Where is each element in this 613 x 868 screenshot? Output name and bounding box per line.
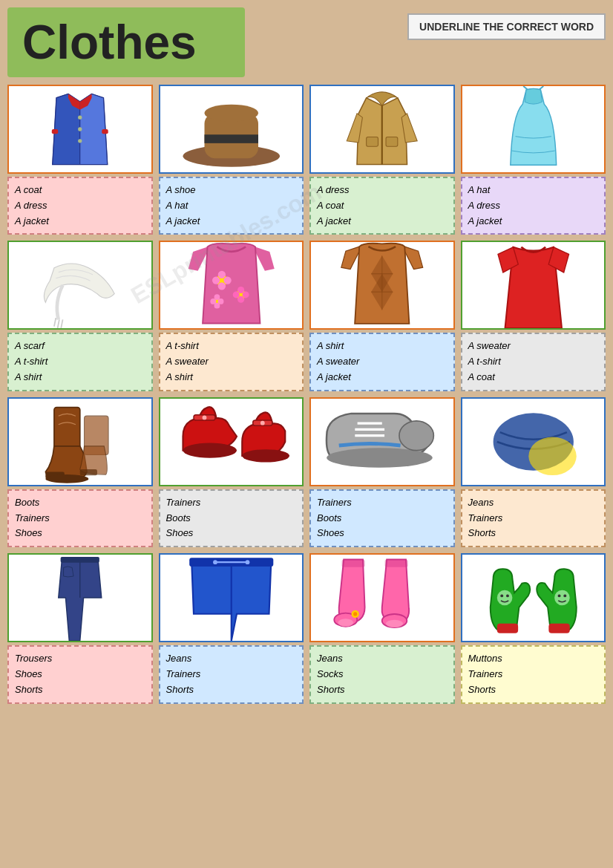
svg-point-35 [232,292,239,298]
label-card-jacket: A dressA coatA jacket [309,177,455,235]
card-pair-coat: A coatA dressA jacket [7,85,153,235]
label-option: A jacket [468,214,599,229]
label-card-trainers: TrainersBootsShoes [309,489,455,547]
svg-rect-8 [52,129,58,134]
label-option: A coat [317,198,448,214]
svg-rect-55 [80,469,97,475]
svg-point-87 [506,595,509,598]
label-option: Shoes [15,526,145,541]
svg-point-28 [217,271,225,278]
image-card-trousers [7,553,153,642]
image-card-trainers [309,397,455,486]
label-option: A jacket [166,214,297,229]
svg-point-74 [213,560,217,564]
svg-marker-25 [188,247,207,271]
image-card-shorts [159,553,304,642]
page: ESLprintables.com Clothes UNDERLINE THE … [7,7,606,704]
label-option: Trainers [317,495,448,511]
svg-point-83 [353,613,357,616]
rows-container: A coatA dressA jacket A shoeA hatA jacke… [7,85,606,704]
label-option: Jeans [317,651,448,667]
label-option: A jacket [317,214,448,229]
svg-marker-43 [404,247,422,270]
label-option: Trainers [15,511,145,526]
svg-rect-17 [386,137,398,147]
page-title: Clothes [22,15,223,70]
card-pair-shoes_red: TrainersBootsShoes [159,397,304,547]
label-option: A sweater [317,354,448,370]
image-card-socks [309,553,455,642]
svg-marker-42 [341,247,359,270]
label-option: A hat [468,183,599,198]
svg-point-91 [563,595,566,598]
card-pair-jeans_folded: JeansTrainersShorts [461,397,606,547]
image-card-boots [7,397,153,486]
label-option: Boots [166,511,297,526]
image-card-red_tshirt [461,241,606,330]
image-card-dress [461,85,606,174]
image-card-shoes_red [159,397,304,486]
label-option: Trousers [15,651,145,667]
svg-rect-77 [342,560,365,567]
instruction-box: UNDERLINE THE CORRECT WORD [407,13,606,40]
label-option: A dress [317,183,448,198]
label-option: A shirt [166,370,297,385]
label-option: A coat [15,183,145,198]
svg-rect-80 [385,560,408,567]
card-pair-trainers: TrainersBootsShoes [309,397,455,547]
svg-point-41 [217,298,223,304]
image-card-sweater [309,241,455,330]
card-pair-shorts: JeansTrainersShorts [159,553,304,703]
label-card-tshirt: A t-shirtA sweaterA shirt [159,333,304,391]
svg-point-7 [78,139,82,143]
svg-point-33 [237,287,244,293]
row-1: A scarfA t-shirtA shirt [7,241,606,391]
svg-line-23 [58,320,59,329]
label-option: A hat [166,198,297,214]
label-card-shoes_red: TrainersBootsShoes [159,489,304,547]
label-option: Trainers [166,667,297,682]
label-option: A coat [468,370,599,385]
label-option: Shoes [166,526,297,541]
label-option: A jacket [15,214,145,229]
label-card-red_tshirt: A sweaterA t-shirtA coat [461,333,606,391]
label-option: Shoes [15,667,145,682]
label-option: Trainers [468,667,599,682]
label-option: Jeans [166,651,297,667]
svg-line-24 [61,320,62,329]
svg-point-75 [245,560,249,564]
label-card-coat: A coatA dressA jacket [7,177,153,235]
label-card-sweater: A shirtA sweaterA jacket [309,333,455,391]
label-option: Muttons [468,651,599,667]
card-pair-mittens: MuttonsTrainersShorts [461,553,606,703]
label-option: Jeans [468,495,599,511]
svg-point-90 [557,595,560,598]
label-card-mittens: MuttonsTrainersShorts [461,645,606,703]
image-card-jeans_folded [461,397,606,486]
label-card-socks: JeansSocksShorts [309,645,455,703]
title-box: Clothes [7,7,245,77]
svg-rect-13 [204,134,258,143]
svg-rect-16 [367,137,378,147]
svg-rect-9 [102,129,108,134]
svg-point-30 [212,277,219,284]
svg-point-89 [554,590,570,606]
image-card-tshirt [159,241,304,330]
image-card-jacket [309,85,455,174]
label-option: Shorts [468,682,599,698]
svg-point-85 [496,590,512,606]
label-option: A sweater [166,354,297,370]
svg-point-59 [242,449,289,462]
svg-point-6 [78,127,82,131]
label-option: Shorts [15,682,145,698]
svg-point-12 [204,105,258,122]
svg-marker-26 [255,247,274,271]
label-option: Shorts [166,682,297,698]
label-option: A shirt [15,370,145,385]
row-3: TrousersShoesShorts JeansTrainersShorts [7,553,606,703]
image-card-coat [7,85,153,174]
image-card-mittens [461,553,606,642]
svg-point-58 [202,415,206,420]
card-pair-jacket: A dressA coatA jacket [309,85,455,235]
svg-line-22 [54,318,56,327]
